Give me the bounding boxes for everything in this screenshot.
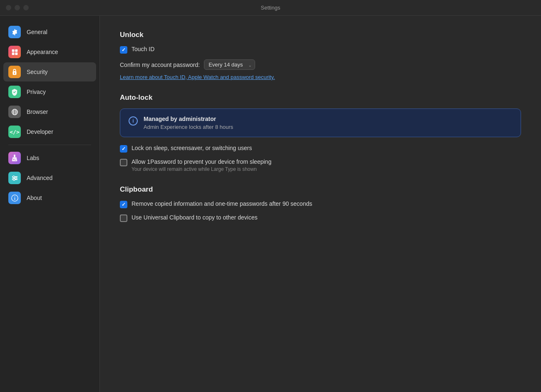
sidebar-item-security[interactable]: Security: [3, 62, 96, 81]
sidebar-item-labs-label: Labs: [27, 155, 39, 161]
labs-icon: [8, 152, 21, 164]
sidebar-item-about[interactable]: About: [3, 188, 96, 207]
managed-title: Managed by administrator: [144, 116, 233, 122]
confirm-password-label: Confirm my account password:: [120, 62, 200, 68]
confirm-dropdown[interactable]: Every day Every 7 days Every 14 days Eve…: [204, 59, 255, 70]
sidebar-item-appearance[interactable]: Appearance: [3, 42, 96, 62]
sidebar-item-labs[interactable]: Labs: [3, 148, 96, 168]
window-controls: [6, 5, 29, 10]
clipboard-title: Clipboard: [120, 185, 521, 194]
minimize-button[interactable]: [15, 5, 20, 10]
svg-point-14: [15, 160, 16, 161]
about-icon: [8, 192, 21, 204]
touch-id-learn-more-link[interactable]: Learn more about Touch ID, Apple Watch a…: [120, 74, 521, 80]
autolock-title: Auto-lock: [120, 94, 521, 102]
svg-point-18: [12, 175, 14, 177]
security-icon: [8, 66, 21, 78]
app-body: General Appearance: [0, 16, 541, 392]
managed-sub: Admin Experience locks after 8 hours: [144, 124, 233, 130]
autolock-section: Auto-lock i Managed by administrator Adm…: [120, 94, 521, 172]
unlock-section: Unlock Touch ID Confirm my account passw…: [120, 31, 521, 80]
unlock-title: Unlock: [120, 31, 521, 39]
sidebar-item-appearance-label: Appearance: [27, 49, 58, 55]
lock-on-sleep-checkbox[interactable]: [120, 145, 127, 153]
universal-clipboard-row: Use Universal Clipboard to copy to other…: [120, 214, 521, 222]
general-icon: [8, 26, 21, 38]
universal-clipboard-checkbox[interactable]: [120, 214, 127, 222]
svg-rect-1: [15, 49, 17, 52]
sidebar-item-privacy[interactable]: Privacy: [3, 82, 96, 101]
svg-rect-3: [15, 52, 17, 55]
remove-copied-row: Remove copied information and one-time p…: [120, 200, 521, 208]
content-area: Unlock Touch ID Confirm my account passw…: [100, 16, 541, 392]
svg-rect-2: [12, 52, 14, 55]
clipboard-section: Clipboard Remove copied information and …: [120, 185, 521, 222]
maximize-button[interactable]: [23, 5, 29, 10]
svg-rect-0: [12, 49, 14, 52]
svg-rect-6: [14, 73, 15, 74]
touch-id-checkbox[interactable]: [120, 46, 127, 54]
sidebar-item-developer-label: Developer: [27, 128, 53, 135]
sidebar-item-browser-label: Browser: [27, 108, 48, 115]
sidebar-item-about-label: About: [27, 195, 42, 201]
sidebar-divider: [8, 145, 91, 145]
svg-point-22: [14, 196, 15, 197]
touch-id-row: Touch ID: [120, 46, 521, 54]
svg-rect-23: [14, 198, 15, 200]
sidebar-item-general[interactable]: General: [3, 22, 96, 42]
developer-icon: </>: [8, 126, 21, 138]
prevent-sleep-sub: Your device will remain active while Lar…: [132, 166, 271, 172]
advanced-icon: [8, 172, 21, 184]
svg-point-20: [13, 178, 15, 180]
prevent-sleep-row: Allow 1Password to prevent your device f…: [120, 158, 521, 172]
confirm-dropdown-wrapper: Every day Every 7 days Every 14 days Eve…: [204, 59, 255, 70]
svg-rect-12: [14, 155, 15, 157]
privacy-icon: [8, 86, 21, 98]
appearance-icon: [8, 46, 21, 58]
prevent-sleep-checkbox[interactable]: [120, 159, 127, 166]
managed-admin-box: i Managed by administrator Admin Experie…: [120, 108, 521, 137]
universal-clipboard-label: Use Universal Clipboard to copy to other…: [132, 214, 258, 221]
sidebar-item-advanced-label: Advanced: [27, 175, 52, 181]
sidebar-item-security-label: Security: [27, 69, 48, 75]
sidebar-item-general-label: General: [27, 29, 47, 35]
managed-text-group: Managed by administrator Admin Experienc…: [144, 116, 233, 130]
confirm-password-row: Confirm my account password: Every day E…: [120, 59, 521, 70]
lock-on-sleep-row: Lock on sleep, screensaver, or switching…: [120, 145, 521, 153]
browser-icon: [8, 106, 21, 118]
svg-point-19: [15, 177, 16, 179]
close-button[interactable]: [6, 5, 11, 10]
sidebar-item-advanced[interactable]: Advanced: [3, 168, 96, 187]
sidebar: General Appearance: [0, 16, 100, 392]
sidebar-item-developer[interactable]: </> Developer: [3, 122, 96, 141]
info-icon: i: [129, 116, 138, 126]
titlebar: Settings: [0, 0, 541, 16]
svg-point-13: [13, 159, 15, 160]
remove-copied-label: Remove copied information and one-time p…: [132, 200, 312, 207]
touch-id-label: Touch ID: [132, 46, 154, 52]
lock-on-sleep-label: Lock on sleep, screensaver, or switching…: [132, 145, 252, 151]
prevent-sleep-label: Allow 1Password to prevent your device f…: [132, 158, 271, 165]
remove-copied-checkbox[interactable]: [120, 201, 127, 208]
sidebar-item-browser[interactable]: Browser: [3, 102, 96, 121]
sidebar-item-privacy-label: Privacy: [27, 89, 46, 95]
window-title: Settings: [261, 5, 280, 11]
prevent-sleep-text-group: Allow 1Password to prevent your device f…: [132, 158, 271, 172]
